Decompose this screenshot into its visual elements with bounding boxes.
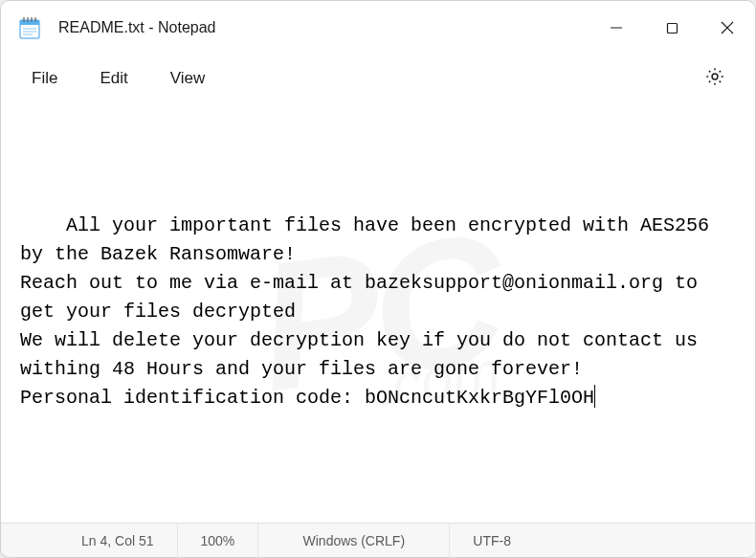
menu-view[interactable]: View bbox=[149, 61, 227, 96]
maximize-button[interactable] bbox=[644, 1, 700, 55]
title-left: README.txt - Notepad bbox=[18, 16, 589, 39]
text-caret bbox=[594, 385, 595, 408]
menu-file[interactable]: File bbox=[11, 61, 78, 96]
menubar: File Edit View bbox=[1, 55, 755, 102]
gear-icon bbox=[704, 66, 725, 91]
status-line-ending: Windows (CRLF) bbox=[258, 524, 450, 557]
notepad-window: README.txt - Notepad File Edit View bbox=[0, 0, 756, 558]
svg-rect-10 bbox=[667, 23, 677, 33]
text-editor-area[interactable]: PC .com All your important files have be… bbox=[1, 102, 755, 523]
settings-button[interactable] bbox=[694, 57, 736, 100]
status-zoom[interactable]: 100% bbox=[178, 524, 259, 557]
window-controls bbox=[589, 1, 755, 55]
statusbar: Ln 4, Col 51 100% Windows (CRLF) UTF-8 bbox=[1, 523, 755, 557]
editor-content: All your important files have been encry… bbox=[20, 214, 721, 409]
svg-point-13 bbox=[712, 74, 718, 79]
titlebar: README.txt - Notepad bbox=[1, 1, 755, 55]
status-encoding: UTF-8 bbox=[450, 524, 584, 557]
close-button[interactable] bbox=[700, 1, 755, 55]
window-title: README.txt - Notepad bbox=[58, 19, 216, 36]
notepad-app-icon bbox=[18, 16, 41, 39]
status-caret-position: Ln 4, Col 51 bbox=[58, 524, 178, 557]
menu-edit[interactable]: Edit bbox=[78, 61, 148, 96]
svg-rect-1 bbox=[20, 20, 39, 25]
minimize-button[interactable] bbox=[589, 1, 644, 55]
